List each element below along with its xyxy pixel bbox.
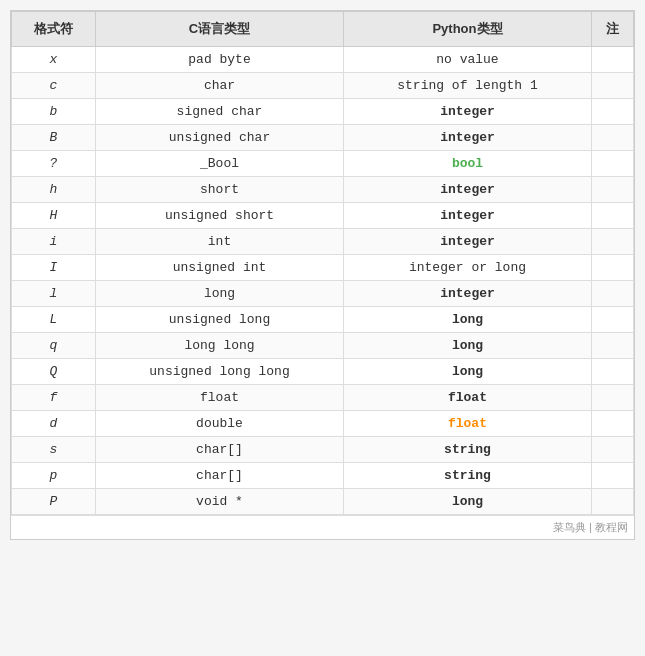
cell-python-type: string of length 1 xyxy=(344,73,592,99)
cell-note xyxy=(591,73,633,99)
table-row: ddoublefloat xyxy=(12,411,634,437)
cell-python-type: no value xyxy=(344,47,592,73)
cell-c-type: unsigned long long xyxy=(96,359,344,385)
cell-c-type: long xyxy=(96,281,344,307)
cell-format: L xyxy=(12,307,96,333)
cell-python-type: integer xyxy=(344,229,592,255)
cell-python-type: long xyxy=(344,359,592,385)
cell-format: c xyxy=(12,73,96,99)
table-row: qlong longlong xyxy=(12,333,634,359)
cell-note xyxy=(591,333,633,359)
cell-python-type: string xyxy=(344,437,592,463)
header-c-type: C语言类型 xyxy=(96,12,344,47)
cell-format: B xyxy=(12,125,96,151)
cell-format: x xyxy=(12,47,96,73)
cell-note xyxy=(591,151,633,177)
cell-format: f xyxy=(12,385,96,411)
cell-c-type: pad byte xyxy=(96,47,344,73)
cell-c-type: unsigned int xyxy=(96,255,344,281)
cell-note xyxy=(591,463,633,489)
cell-note xyxy=(591,385,633,411)
cell-c-type: char xyxy=(96,73,344,99)
cell-c-type: unsigned short xyxy=(96,203,344,229)
table-row: schar[]string xyxy=(12,437,634,463)
table-header-row: 格式符 C语言类型 Python类型 注 xyxy=(12,12,634,47)
cell-c-type: signed char xyxy=(96,99,344,125)
cell-note xyxy=(591,437,633,463)
table-row: ccharstring of length 1 xyxy=(12,73,634,99)
cell-note xyxy=(591,255,633,281)
watermark: 菜鸟典 | 教程网 xyxy=(11,515,634,539)
cell-python-type: long xyxy=(344,333,592,359)
cell-format: b xyxy=(12,99,96,125)
cell-python-type: integer or long xyxy=(344,255,592,281)
table-row: ffloatfloat xyxy=(12,385,634,411)
table-row: xpad byteno value xyxy=(12,47,634,73)
cell-python-type: string xyxy=(344,463,592,489)
cell-c-type: unsigned char xyxy=(96,125,344,151)
cell-python-type: float xyxy=(344,385,592,411)
header-format: 格式符 xyxy=(12,12,96,47)
table-row: Iunsigned intinteger or long xyxy=(12,255,634,281)
cell-note xyxy=(591,125,633,151)
table-row: bsigned charinteger xyxy=(12,99,634,125)
main-container: 格式符 C语言类型 Python类型 注 xpad byteno valuecc… xyxy=(10,10,635,540)
cell-python-type: float xyxy=(344,411,592,437)
cell-note xyxy=(591,203,633,229)
cell-format: ? xyxy=(12,151,96,177)
cell-note xyxy=(591,47,633,73)
cell-c-type: long long xyxy=(96,333,344,359)
cell-c-type: short xyxy=(96,177,344,203)
cell-python-type: integer xyxy=(344,99,592,125)
table-row: Bunsigned charinteger xyxy=(12,125,634,151)
table-row: Lunsigned longlong xyxy=(12,307,634,333)
table-row: hshortinteger xyxy=(12,177,634,203)
table-row: Hunsigned shortinteger xyxy=(12,203,634,229)
header-note: 注 xyxy=(591,12,633,47)
cell-note xyxy=(591,489,633,515)
cell-format: d xyxy=(12,411,96,437)
cell-python-type: long xyxy=(344,307,592,333)
table-row: pchar[]string xyxy=(12,463,634,489)
header-python-type: Python类型 xyxy=(344,12,592,47)
cell-c-type: _Bool xyxy=(96,151,344,177)
cell-format: H xyxy=(12,203,96,229)
cell-python-type: integer xyxy=(344,281,592,307)
cell-c-type: char[] xyxy=(96,463,344,489)
table-row: Pvoid *long xyxy=(12,489,634,515)
cell-note xyxy=(591,99,633,125)
cell-format: I xyxy=(12,255,96,281)
cell-format: q xyxy=(12,333,96,359)
cell-python-type: bool xyxy=(344,151,592,177)
cell-format: l xyxy=(12,281,96,307)
cell-format: P xyxy=(12,489,96,515)
cell-c-type: int xyxy=(96,229,344,255)
cell-note xyxy=(591,411,633,437)
cell-note xyxy=(591,307,633,333)
cell-note xyxy=(591,359,633,385)
cell-format: p xyxy=(12,463,96,489)
cell-c-type: float xyxy=(96,385,344,411)
cell-format: Q xyxy=(12,359,96,385)
cell-format: s xyxy=(12,437,96,463)
table-row: llonginteger xyxy=(12,281,634,307)
cell-python-type: long xyxy=(344,489,592,515)
cell-python-type: integer xyxy=(344,125,592,151)
cell-c-type: char[] xyxy=(96,437,344,463)
cell-note xyxy=(591,177,633,203)
cell-note xyxy=(591,281,633,307)
table-row: Qunsigned long longlong xyxy=(12,359,634,385)
cell-format: h xyxy=(12,177,96,203)
cell-note xyxy=(591,229,633,255)
cell-c-type: double xyxy=(96,411,344,437)
cell-python-type: integer xyxy=(344,177,592,203)
cell-python-type: integer xyxy=(344,203,592,229)
cell-format: i xyxy=(12,229,96,255)
table-row: ?_Boolbool xyxy=(12,151,634,177)
table-row: iintinteger xyxy=(12,229,634,255)
format-table: 格式符 C语言类型 Python类型 注 xpad byteno valuecc… xyxy=(11,11,634,515)
cell-c-type: unsigned long xyxy=(96,307,344,333)
cell-c-type: void * xyxy=(96,489,344,515)
